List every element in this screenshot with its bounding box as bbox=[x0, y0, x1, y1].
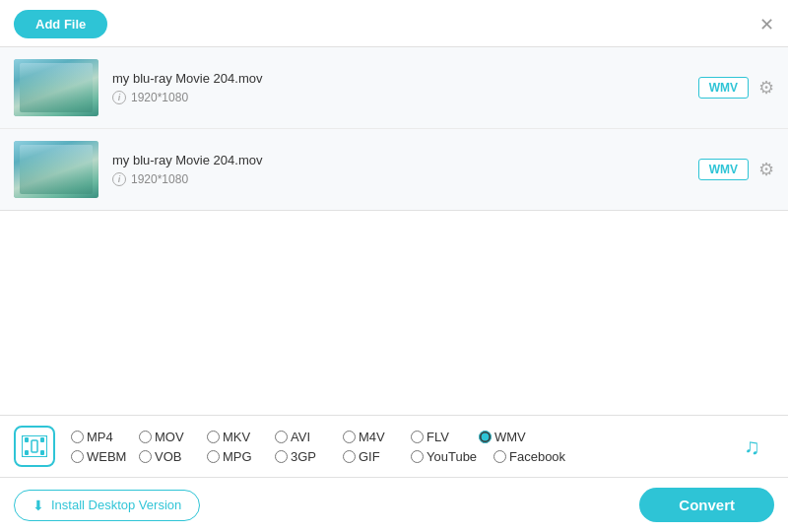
add-file-button[interactable]: Add File bbox=[14, 10, 107, 38]
header: Add File ✕ bbox=[0, 0, 788, 46]
svg-rect-2 bbox=[25, 450, 29, 455]
format-mpg[interactable]: MPG bbox=[207, 449, 271, 464]
format-facebook[interactable]: Facebook bbox=[493, 449, 572, 464]
content-spacer bbox=[0, 211, 788, 349]
settings-button[interactable]: ⚙ bbox=[758, 79, 774, 97]
file-resolution: 1920*1080 bbox=[131, 172, 188, 186]
file-list: my blu-ray Movie 204.mov i 1920*1080 WMV… bbox=[0, 46, 788, 211]
audio-format-icon[interactable]: ♫ bbox=[733, 426, 774, 467]
film-icon bbox=[22, 435, 47, 457]
format-mov[interactable]: MOV bbox=[139, 430, 203, 444]
format-row-2: WEBM VOB MPG 3GP GIF YouTube bbox=[71, 449, 725, 464]
file-info: my blu-ray Movie 204.mov i 1920*1080 bbox=[112, 153, 698, 186]
file-item: my blu-ray Movie 204.mov i 1920*1080 WMV… bbox=[0, 47, 788, 129]
download-icon: ⬇ bbox=[33, 498, 44, 513]
format-options: MP4 MOV MKV AVI M4V FLV WM bbox=[71, 430, 725, 464]
file-thumbnail bbox=[14, 59, 98, 116]
action-bar: ⬇ Install Desktop Version Convert bbox=[0, 477, 788, 532]
file-resolution: 1920*1080 bbox=[131, 91, 188, 104]
settings-button[interactable]: ⚙ bbox=[758, 161, 774, 178]
format-3gp[interactable]: 3GP bbox=[275, 449, 339, 464]
file-actions: WMV ⚙ bbox=[698, 159, 774, 180]
file-name: my blu-ray Movie 204.mov bbox=[112, 153, 698, 167]
svg-rect-4 bbox=[40, 450, 44, 455]
format-gif[interactable]: GIF bbox=[343, 449, 407, 464]
format-bar: MP4 MOV MKV AVI M4V FLV WM bbox=[0, 415, 788, 477]
svg-rect-3 bbox=[40, 437, 44, 442]
format-badge[interactable]: WMV bbox=[698, 159, 749, 180]
format-row-1: MP4 MOV MKV AVI M4V FLV WM bbox=[71, 430, 725, 444]
convert-button[interactable]: Convert bbox=[639, 488, 774, 522]
file-item: my blu-ray Movie 204.mov i 1920*1080 WMV… bbox=[0, 129, 788, 210]
format-flv[interactable]: FLV bbox=[411, 430, 475, 444]
format-m4v[interactable]: M4V bbox=[343, 430, 407, 444]
file-meta: i 1920*1080 bbox=[112, 172, 698, 186]
format-wmv[interactable]: WMV bbox=[479, 430, 543, 444]
svg-rect-1 bbox=[25, 437, 29, 442]
format-avi[interactable]: AVI bbox=[275, 430, 339, 444]
music-note-icon: ♫ bbox=[740, 432, 767, 460]
file-thumbnail bbox=[14, 141, 98, 198]
format-mkv[interactable]: MKV bbox=[207, 430, 271, 444]
format-badge[interactable]: WMV bbox=[698, 77, 749, 99]
file-info: my blu-ray Movie 204.mov i 1920*1080 bbox=[112, 71, 698, 104]
close-button[interactable]: ✕ bbox=[759, 16, 774, 33]
info-icon: i bbox=[112, 91, 126, 104]
svg-text:♫: ♫ bbox=[744, 434, 760, 459]
format-youtube[interactable]: YouTube bbox=[411, 449, 490, 464]
bottom-panel: MP4 MOV MKV AVI M4V FLV WM bbox=[0, 415, 788, 532]
file-actions: WMV ⚙ bbox=[698, 77, 774, 99]
format-mp4[interactable]: MP4 bbox=[71, 430, 135, 444]
svg-rect-5 bbox=[32, 440, 37, 452]
format-vob[interactable]: VOB bbox=[139, 449, 203, 464]
file-name: my blu-ray Movie 204.mov bbox=[112, 71, 698, 86]
format-webm[interactable]: WEBM bbox=[71, 449, 135, 464]
file-meta: i 1920*1080 bbox=[112, 91, 698, 104]
install-label: Install Desktop Version bbox=[51, 498, 181, 512]
install-desktop-button[interactable]: ⬇ Install Desktop Version bbox=[14, 490, 200, 521]
video-format-icon[interactable] bbox=[14, 426, 55, 467]
info-icon: i bbox=[112, 172, 126, 186]
